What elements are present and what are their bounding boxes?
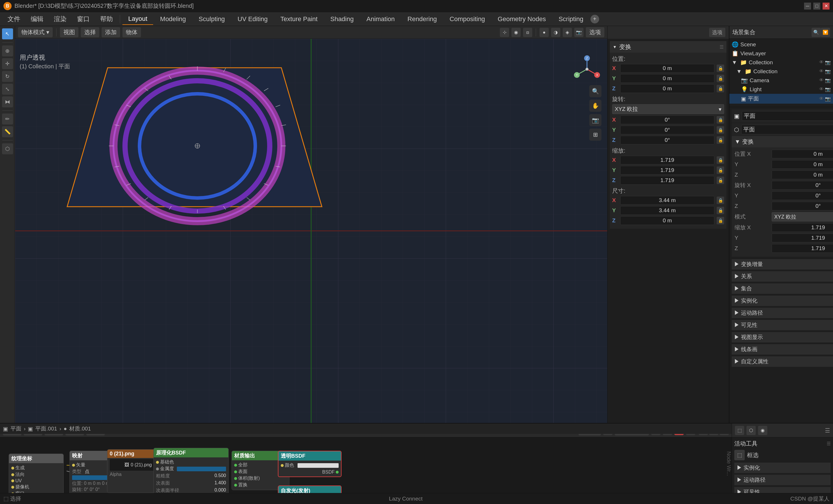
rotation-y-lock[interactable]: 🔒 bbox=[717, 126, 724, 134]
outliner-viewlayer-item[interactable]: 📋 ViewLayer bbox=[729, 49, 833, 58]
object-name[interactable]: 平面 bbox=[742, 111, 833, 121]
at-expand-btn[interactable]: ☰ bbox=[825, 427, 830, 434]
tab-scripting[interactable]: Scripting bbox=[553, 14, 589, 25]
at-btn-2[interactable]: ⬡ bbox=[746, 426, 756, 435]
viewport-grid-btn[interactable]: ⊞ bbox=[589, 128, 601, 141]
close-button[interactable]: ✕ bbox=[823, 3, 830, 9]
tab-compositing[interactable]: Compositing bbox=[444, 14, 491, 25]
rotation-x-lock[interactable]: 🔒 bbox=[717, 116, 724, 124]
sub-vis-render[interactable]: 📷 bbox=[825, 69, 831, 74]
rotation-z-value[interactable]: 0° bbox=[620, 136, 714, 144]
viewport-navigation-gizmo[interactable]: Z X Y bbox=[572, 55, 601, 84]
tool-rotate[interactable]: ↻ bbox=[2, 71, 13, 82]
line-art-header[interactable]: ▶ 线条画 bbox=[732, 344, 833, 355]
viewport-object-menu[interactable]: 物体 bbox=[122, 27, 141, 37]
scale-z-value[interactable]: 1.719 bbox=[620, 176, 714, 185]
at-instancing-header[interactable]: ▶ 实例化 bbox=[734, 463, 831, 473]
tab-layout[interactable]: Layout bbox=[122, 13, 153, 25]
transp-color-swatch[interactable] bbox=[298, 463, 339, 468]
position-y-value[interactable]: 0 m bbox=[620, 74, 714, 83]
position-x-value[interactable]: 0 m bbox=[620, 64, 714, 73]
options-button[interactable]: 选项 bbox=[586, 27, 604, 37]
transform-menu-icon[interactable]: ☰ bbox=[719, 44, 723, 50]
dim-x-lock[interactable]: 🔒 bbox=[717, 196, 724, 204]
tool-measure[interactable]: 📏 bbox=[2, 126, 13, 137]
viewport-mode-dropdown[interactable]: 物体模式 bbox=[18, 27, 53, 37]
transform-delta-header[interactable]: ▶ 变换增量 bbox=[732, 259, 833, 269]
outliner-camera-item[interactable]: 📷 Camera 👁 📷 bbox=[729, 76, 833, 85]
dim-y-lock[interactable]: 🔒 bbox=[717, 207, 724, 214]
detail-rot-y[interactable]: 0° bbox=[771, 191, 833, 200]
at-btn-1[interactable]: ⬚ bbox=[735, 426, 744, 435]
outliner-search-btn[interactable]: 🔍 bbox=[812, 28, 821, 37]
viewport-gizmo-btn[interactable]: ⊹ bbox=[500, 28, 509, 37]
custom-props-header[interactable]: ▶ 自定义属性 bbox=[732, 356, 833, 367]
dim-z-lock[interactable]: 🔒 bbox=[717, 217, 724, 224]
tab-rendering[interactable]: Rendering bbox=[402, 14, 443, 25]
viewport-display-header[interactable]: ▶ 视图显示 bbox=[732, 332, 833, 342]
tool-select-icon[interactable]: ⬚ bbox=[734, 450, 745, 460]
tool-transform[interactable]: ⧓ bbox=[2, 96, 13, 107]
vis-eye-icon[interactable]: 👁 bbox=[819, 59, 824, 65]
instancing-header[interactable]: ▶ 实例化 bbox=[732, 295, 833, 306]
tool-select[interactable]: ↖ bbox=[2, 28, 13, 39]
tab-uv-editing[interactable]: UV Editing bbox=[232, 14, 273, 25]
tool-move[interactable]: ✛ bbox=[2, 58, 13, 69]
outliner-subcollection-item[interactable]: ▼ 📁 Collection 👁 📷 bbox=[729, 67, 833, 76]
viewport[interactable]: 物体模式 视图 选择 添加 物体 ⊹ ◉ ⧈ ● ◑ ◈ 📷 选项 bbox=[15, 26, 607, 423]
minimize-button[interactable]: ─ bbox=[804, 3, 811, 9]
viewport-xray-btn[interactable]: ⧈ bbox=[523, 28, 532, 37]
outliner-scene-item[interactable]: 🌐 Scene bbox=[729, 40, 833, 49]
outliner-plane-item[interactable]: ▣ 平面 👁 📷 bbox=[729, 94, 833, 104]
mesh-name[interactable]: 平面 bbox=[741, 125, 833, 134]
viewport-hand-btn[interactable]: ✋ bbox=[589, 100, 601, 112]
viewport-rendered-btn[interactable]: ◈ bbox=[563, 28, 572, 37]
scale-y-lock[interactable]: 🔒 bbox=[717, 166, 724, 174]
rotation-z-lock[interactable]: 🔒 bbox=[717, 136, 724, 144]
at-motion-header[interactable]: ▶ 运动路径 bbox=[734, 475, 831, 485]
tab-shading[interactable]: Shading bbox=[325, 14, 359, 25]
tool-add[interactable]: ⬡ bbox=[2, 143, 13, 154]
tab-geometry-nodes[interactable]: Geometry Nodes bbox=[492, 14, 552, 25]
detail-scale-z[interactable]: 1.719 bbox=[771, 244, 833, 253]
viewport-view-menu[interactable]: 视图 bbox=[60, 27, 78, 37]
menu-help[interactable]: 帮助 bbox=[96, 13, 118, 25]
cam-render[interactable]: 📷 bbox=[825, 78, 831, 83]
tab-sculpting[interactable]: Sculpting bbox=[193, 14, 231, 25]
outliner-light-item[interactable]: 💡 Light 👁 📷 bbox=[729, 85, 833, 94]
light-eye[interactable]: 👁 bbox=[819, 87, 824, 92]
detail-pos-x[interactable]: 0 m bbox=[771, 150, 833, 158]
outliner-collection-item[interactable]: ▼ 📁 Collection 👁 📷 bbox=[729, 58, 833, 67]
viewport-overlay-btn[interactable]: ◉ bbox=[511, 28, 521, 37]
scale-x-lock[interactable]: 🔒 bbox=[717, 156, 724, 164]
viewport-zoom-btn[interactable]: 🔍 bbox=[589, 85, 601, 97]
viewport-camera-btn[interactable]: 📷 bbox=[574, 28, 584, 37]
relations-header[interactable]: ▶ 关系 bbox=[732, 271, 833, 282]
props-options-btn[interactable]: 选项 bbox=[709, 28, 725, 37]
scale-y-value[interactable]: 1.719 bbox=[620, 166, 714, 174]
light-render[interactable]: 📷 bbox=[825, 87, 831, 92]
visibility-header[interactable]: ▶ 可见性 bbox=[732, 320, 833, 330]
cam-eye[interactable]: 👁 bbox=[819, 78, 824, 83]
dim-x-value[interactable]: 3.44 m bbox=[620, 196, 714, 205]
tab-animation[interactable]: Animation bbox=[361, 14, 401, 25]
sub-vis-eye[interactable]: 👁 bbox=[819, 69, 824, 74]
maximize-button[interactable]: □ bbox=[813, 3, 820, 9]
scale-z-lock[interactable]: 🔒 bbox=[717, 176, 724, 184]
detail-rot-x[interactable]: 0° bbox=[771, 181, 833, 190]
rotation-y-value[interactable]: 0° bbox=[620, 126, 714, 134]
breadcrumb-material[interactable]: 材质.001 bbox=[69, 425, 91, 432]
position-y-lock[interactable]: 🔒 bbox=[717, 75, 724, 82]
dim-y-value[interactable]: 3.44 m bbox=[620, 206, 714, 215]
viewport-add-menu[interactable]: 添加 bbox=[102, 27, 120, 37]
detail-transform-header[interactable]: ▼ 变换 ☰ bbox=[732, 136, 833, 147]
scale-x-value[interactable]: 1.719 bbox=[620, 156, 714, 164]
detail-mode-select[interactable]: XYZ 欧拉 ▾ bbox=[771, 212, 833, 221]
transform-section-header[interactable]: ▼ 变换 ☰ bbox=[610, 41, 727, 53]
tool-annotate[interactable]: ✏ bbox=[2, 114, 13, 124]
detail-scale-y[interactable]: 1.719 bbox=[771, 234, 833, 242]
motion-path-header[interactable]: ▶ 运动路径 bbox=[732, 308, 833, 318]
rotation-x-value[interactable]: 0° bbox=[620, 116, 714, 124]
tool-cursor[interactable]: ⊕ bbox=[2, 45, 13, 56]
plane-render[interactable]: 📷 bbox=[825, 96, 831, 102]
